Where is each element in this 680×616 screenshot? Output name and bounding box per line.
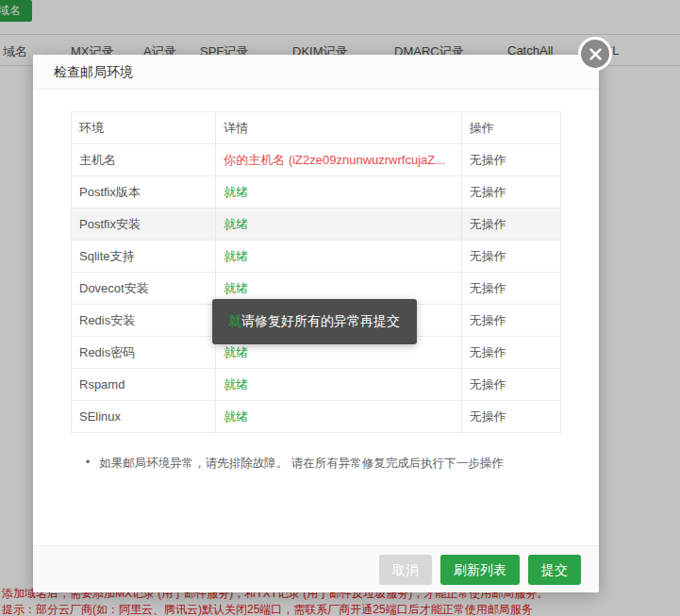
env-action: 无操作 <box>461 273 560 305</box>
env-detail: 就绪 <box>216 369 462 401</box>
dialog-note-text: 如果邮局环境异常，请先排除故障。 请在所有异常修复完成后执行下一步操作 <box>99 456 503 472</box>
peeking-status-char: 就 <box>228 313 241 330</box>
env-row-selinux: SElinux 就绪 无操作 <box>72 401 561 433</box>
env-detail: 就绪 <box>216 401 462 433</box>
env-table-header-row: 环境 详情 操作 <box>72 112 561 144</box>
env-action: 无操作 <box>461 208 560 241</box>
env-row-sqlite: Sqlite支持 就绪 无操作 <box>72 241 561 273</box>
env-row-postfix-version: Postfix版本 就绪 无操作 <box>72 176 561 208</box>
env-name: Redis安装 <box>72 305 216 337</box>
col-header-detail: 详情 <box>216 112 462 144</box>
dialog-body: 环境 详情 操作 主机名 你的主机名 (iZ2ze09znunwuzrwrfcu… <box>33 90 599 472</box>
env-detail: 就绪 <box>216 208 462 241</box>
submit-button[interactable]: 提交 <box>528 555 581 585</box>
env-row-rspamd: Rspamd 就绪 无操作 <box>72 369 561 401</box>
env-action: 无操作 <box>461 176 560 208</box>
env-detail: 就绪 <box>216 176 462 208</box>
cancel-button[interactable]: 取消 <box>379 555 432 585</box>
dialog-note: • 如果邮局环境异常，请先排除故障。 请在所有异常修复完成后执行下一步操作 <box>71 456 561 472</box>
validation-tooltip: 就 请修复好所有的异常再提交 <box>212 299 417 344</box>
env-name: Postfix版本 <box>72 176 216 208</box>
env-name: SElinux <box>72 401 216 433</box>
env-action: 无操作 <box>461 305 560 337</box>
env-action: 无操作 <box>461 369 560 401</box>
env-name: Dovecot安装 <box>72 273 216 305</box>
col-header-action: 操作 <box>461 112 560 144</box>
col-header-environment: 环境 <box>72 112 216 144</box>
dialog-close-button[interactable] <box>578 37 612 71</box>
env-row-hostname: 主机名 你的主机名 (iZ2ze09znunwuzrwrfcujaZ... 无操… <box>72 144 561 176</box>
env-action: 无操作 <box>461 144 560 176</box>
env-name: 主机名 <box>72 144 216 176</box>
refresh-list-button[interactable]: 刷新列表 <box>440 555 520 585</box>
tooltip-text: 请修复好所有的异常再提交 <box>241 313 400 330</box>
env-detail: 你的主机名 (iZ2ze09znunwuzrwrfcujaZ... <box>216 144 462 176</box>
bullet-icon: • <box>86 456 90 469</box>
env-detail: 就绪 <box>216 241 462 273</box>
environment-table: 环境 详情 操作 主机名 你的主机名 (iZ2ze09znunwuzrwrfcu… <box>71 111 561 433</box>
close-icon <box>589 48 602 60</box>
env-name: Postfix安装 <box>72 208 216 241</box>
env-action: 无操作 <box>461 241 560 273</box>
env-name: Rspamd <box>72 369 216 401</box>
screen: 添加域名 域名 MX记录 A记录 SPF记录 DKIM记录 DMARC记录 Ca… <box>0 0 680 616</box>
env-row-postfix-install: Postfix安装 就绪 无操作 <box>72 208 561 241</box>
env-action: 无操作 <box>461 401 560 433</box>
dialog-footer: 取消 刷新列表 提交 <box>33 545 599 592</box>
env-name: Redis密码 <box>72 337 216 369</box>
dialog-title: 检查邮局环境 <box>33 55 599 90</box>
env-name: Sqlite支持 <box>72 241 216 273</box>
env-action: 无操作 <box>461 337 560 369</box>
